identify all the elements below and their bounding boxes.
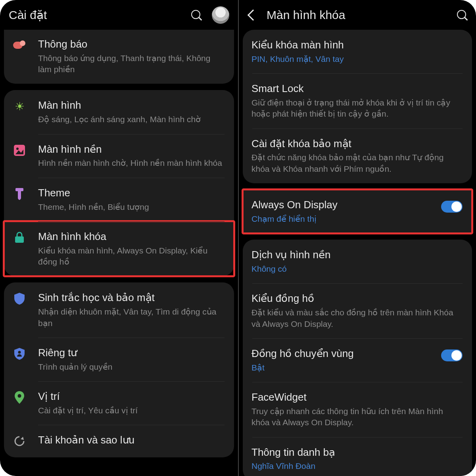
item-sub: Đặt chức năng khóa bảo mật của bạn như T… <box>251 152 463 175</box>
settings-screen: Cài đặt Thông báo Thông báo ứng dụng, Th… <box>0 0 238 476</box>
settings-card: Always On Display Chạm để hiển thị <box>243 190 472 233</box>
lockscreen-list[interactable]: Kiểu khóa màn hình PIN, Khuôn mặt, Vân t… <box>239 30 476 476</box>
svg-point-3 <box>16 148 19 150</box>
theme-icon <box>13 187 26 201</box>
roaming-clock-toggle[interactable] <box>441 349 463 361</box>
item-always-on-display[interactable]: Always On Display Chạm để hiển thị <box>243 190 472 233</box>
item-sub: Nghĩa Vĩnh Đoàn <box>251 461 463 472</box>
settings-card: ☀ Màn hình Độ sáng, Lọc ánh sáng xanh, M… <box>4 90 234 276</box>
back-icon[interactable] <box>248 9 259 20</box>
item-sub: Trình quản lý quyền <box>38 361 225 372</box>
avatar[interactable] <box>212 6 229 24</box>
shield-icon <box>13 292 26 305</box>
item-roaming-clock[interactable]: Đồng hồ chuyển vùng Bật <box>243 338 472 382</box>
settings-item-wallpaper[interactable]: Màn hình nền Hình nền màn hình chờ, Hình… <box>4 134 234 178</box>
lockscreen-settings-screen: Màn hình khóa Kiểu khóa màn hình PIN, Kh… <box>238 0 476 476</box>
svg-rect-5 <box>18 191 21 198</box>
item-label: Cài đặt khóa bảo mật <box>251 137 463 151</box>
settings-item-theme[interactable]: Theme Theme, Hình nền, Biểu tượng <box>4 178 234 221</box>
item-label: FaceWidget <box>251 391 463 404</box>
settings-header: Cài đặt <box>0 0 238 30</box>
item-sub: Giữ điện thoại ở trạng thái mở khóa khi … <box>251 97 463 120</box>
item-sub: Độ sáng, Lọc ánh sáng xanh, Màn hình chờ <box>38 114 225 125</box>
settings-card: Kiểu khóa màn hình PIN, Khuôn mặt, Vân t… <box>243 30 472 183</box>
privacy-icon <box>13 347 26 361</box>
item-sub: Không có <box>251 263 463 274</box>
svg-rect-6 <box>15 236 24 243</box>
item-sub: Kiểu khóa màn hình, Always On Display, K… <box>38 245 225 268</box>
location-icon <box>13 391 26 404</box>
item-label: Dịch vụ hình nền <box>251 248 463 262</box>
item-secure-lock[interactable]: Cài đặt khóa bảo mật Đặt chức năng khóa … <box>243 129 472 183</box>
item-screen-lock-type[interactable]: Kiểu khóa màn hình PIN, Khuôn mặt, Vân t… <box>243 30 472 73</box>
item-sub: Nhận diện khuôn mặt, Vân tay, Tìm di độn… <box>38 306 225 329</box>
item-sub: Đặt kiểu và màu sắc cho đồng hồ trên màn… <box>251 307 463 330</box>
item-wallpaper-service[interactable]: Dịch vụ hình nền Không có <box>243 240 472 283</box>
brightness-icon: ☀ <box>13 100 26 113</box>
notifications-icon <box>13 38 26 52</box>
svg-point-1 <box>20 40 25 46</box>
settings-list[interactable]: Thông báo Thông báo ứng dụng, Thanh trạn… <box>0 30 238 476</box>
settings-card: Thông báo Thông báo ứng dụng, Thanh trạn… <box>4 30 234 84</box>
item-sub: Chạm để hiển thị <box>251 213 436 225</box>
sync-icon <box>13 434 26 448</box>
settings-item-notifications[interactable]: Thông báo Thông báo ứng dụng, Thanh trạn… <box>4 34 234 84</box>
search-icon[interactable] <box>191 10 202 20</box>
lockscreen-header: Màn hình khóa <box>239 0 476 30</box>
item-label: Kiểu đồng hồ <box>251 292 463 305</box>
item-label: Smart Lock <box>251 82 463 96</box>
item-label: Thông báo <box>38 38 225 51</box>
item-label: Vị trí <box>38 390 225 403</box>
item-label: Đồng hồ chuyển vùng <box>251 347 436 361</box>
item-sub: Theme, Hình nền, Biểu tượng <box>38 202 225 213</box>
settings-item-lockscreen[interactable]: Màn hình khóa Kiểu khóa màn hình, Always… <box>4 221 234 276</box>
item-sub: Cài đặt vị trí, Yêu cầu vị trí <box>38 405 225 416</box>
settings-item-privacy[interactable]: Riêng tư Trình quản lý quyền <box>4 338 234 381</box>
item-contact-info[interactable]: Thông tin danh bạ Nghĩa Vĩnh Đoàn <box>243 437 472 476</box>
aod-toggle[interactable] <box>441 201 463 213</box>
item-sub: Bật <box>251 362 436 373</box>
lock-icon <box>13 231 26 244</box>
page-title: Cài đặt <box>9 8 191 22</box>
svg-point-8 <box>18 394 21 398</box>
svg-rect-4 <box>15 188 23 191</box>
item-facewidget[interactable]: FaceWidget Truy cập nhanh các thông tin … <box>243 382 472 437</box>
item-sub: Truy cập nhanh các thông tin hữu ích trê… <box>251 406 463 428</box>
item-label: Riêng tư <box>38 346 225 360</box>
item-clock-style[interactable]: Kiểu đồng hồ Đặt kiểu và màu sắc cho đồn… <box>243 283 472 338</box>
settings-item-display[interactable]: ☀ Màn hình Độ sáng, Lọc ánh sáng xanh, M… <box>4 90 234 134</box>
item-label: Màn hình <box>38 99 225 112</box>
item-sub: Thông báo ứng dụng, Thanh trạng thái, Kh… <box>38 53 225 75</box>
settings-item-location[interactable]: Vị trí Cài đặt vị trí, Yêu cầu vị trí <box>4 381 234 425</box>
item-label: Màn hình khóa <box>38 230 225 244</box>
settings-item-accounts[interactable]: Tài khoản và sao lưu <box>4 425 234 457</box>
item-label: Theme <box>38 186 225 200</box>
settings-card: Dịch vụ hình nền Không có Kiểu đồng hồ Đ… <box>243 240 472 476</box>
wallpaper-icon <box>13 144 26 157</box>
item-label: Màn hình nền <box>38 143 225 156</box>
item-label: Thông tin danh bạ <box>251 446 463 459</box>
item-sub: PIN, Khuôn mặt, Vân tay <box>251 54 463 65</box>
settings-card: Sinh trắc học và bảo mật Nhận diện khuôn… <box>4 282 234 457</box>
item-label: Sinh trắc học và bảo mật <box>38 291 225 305</box>
page-title: Màn hình khóa <box>267 8 457 22</box>
item-sub: Hình nền màn hình chờ, Hình nền màn hình… <box>38 157 225 169</box>
settings-item-biometrics[interactable]: Sinh trắc học và bảo mật Nhận diện khuôn… <box>4 282 234 337</box>
item-label: Always On Display <box>251 198 436 212</box>
search-icon[interactable] <box>457 10 467 20</box>
item-label: Tài khoản và sao lưu <box>38 434 225 447</box>
item-label: Kiểu khóa màn hình <box>251 38 463 52</box>
item-smart-lock[interactable]: Smart Lock Giữ điện thoại ở trạng thái m… <box>243 73 472 128</box>
svg-point-7 <box>18 351 21 353</box>
